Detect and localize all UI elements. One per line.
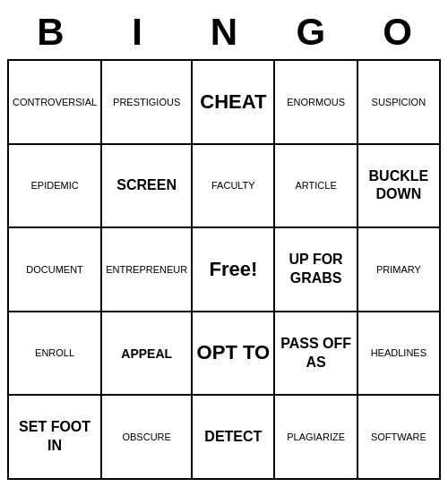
bingo-grid: CONTROVERSIAL PRESTIGIOUS CHEAT ENORMOUS… xyxy=(7,59,441,480)
cell-text: EPIDEMIC xyxy=(30,179,78,192)
cell-1-1: SCREEN xyxy=(102,145,193,229)
letter-b: B xyxy=(11,11,90,54)
cell-text: PASS OFF AS xyxy=(279,335,352,372)
cell-3-2: OPT TO xyxy=(193,312,275,397)
cell-1-0: EPIDEMIC xyxy=(9,145,102,229)
cell-text: DOCUMENT xyxy=(26,263,83,276)
cell-1-3: ARTICLE xyxy=(275,145,358,229)
cell-text: ARTICLE xyxy=(295,179,336,192)
cell-4-1: OBSCURE xyxy=(102,396,193,480)
cell-text: PRESTIGIOUS xyxy=(113,96,180,108)
cell-text: SET FOOT IN xyxy=(13,418,97,456)
cell-2-2: Free! xyxy=(193,228,275,312)
bingo-title: B I N G O xyxy=(7,7,441,59)
letter-n: N xyxy=(185,11,263,54)
cell-text: HEADLINES xyxy=(371,346,426,359)
cell-text: OBSCURE xyxy=(122,431,170,443)
cell-0-0: CONTROVERSIAL xyxy=(9,61,102,145)
cell-0-2: CHEAT xyxy=(193,61,275,145)
letter-g: G xyxy=(271,11,350,54)
cell-text: SOFTWARE xyxy=(371,431,426,443)
cell-0-3: ENORMOUS xyxy=(275,61,358,145)
cell-2-0: DOCUMENT xyxy=(9,228,102,312)
cell-2-3: UP FOR GRABS xyxy=(275,228,358,312)
cell-text: CONTROVERSIAL xyxy=(13,96,97,108)
letter-o: O xyxy=(358,11,437,54)
cell-4-3: PLAGIARIZE xyxy=(275,396,358,480)
cell-text: ENORMOUS xyxy=(287,96,345,108)
cell-text: SCREEN xyxy=(116,176,177,195)
cell-4-2: DETECT xyxy=(193,396,275,480)
cell-text: FACULTY xyxy=(211,179,255,192)
cell-text: BUCKLE DOWN xyxy=(362,167,435,205)
cell-4-4: SOFTWARE xyxy=(358,396,441,480)
cell-text: UP FOR GRABS xyxy=(279,251,352,288)
cell-3-3: PASS OFF AS xyxy=(275,312,358,397)
cell-3-1: APPEAL xyxy=(102,312,193,397)
cell-3-4: HEADLINES xyxy=(358,312,441,397)
cell-3-0: ENROLL xyxy=(9,312,102,397)
cell-text: CHEAT xyxy=(200,90,266,115)
cell-text: SUSPICION xyxy=(372,96,426,108)
cell-text: Free! xyxy=(209,257,257,283)
cell-0-1: PRESTIGIOUS xyxy=(102,61,193,145)
cell-text: ENROLL xyxy=(35,346,74,359)
cell-4-0: SET FOOT IN xyxy=(9,396,102,480)
cell-2-1: ENTREPRENEUR xyxy=(102,228,193,312)
cell-0-4: SUSPICION xyxy=(358,61,441,145)
letter-i: I xyxy=(98,11,177,54)
cell-1-2: FACULTY xyxy=(193,145,275,229)
cell-text: DETECT xyxy=(204,428,262,447)
cell-2-4: PRIMARY xyxy=(358,228,441,312)
cell-text: PLAGIARIZE xyxy=(287,431,345,443)
cell-text: PRIMARY xyxy=(376,263,421,276)
cell-1-4: BUCKLE DOWN xyxy=(358,145,441,229)
cell-text: OPT TO xyxy=(197,340,271,366)
cell-text: APPEAL xyxy=(121,346,172,362)
cell-text: ENTREPRENEUR xyxy=(106,263,187,276)
